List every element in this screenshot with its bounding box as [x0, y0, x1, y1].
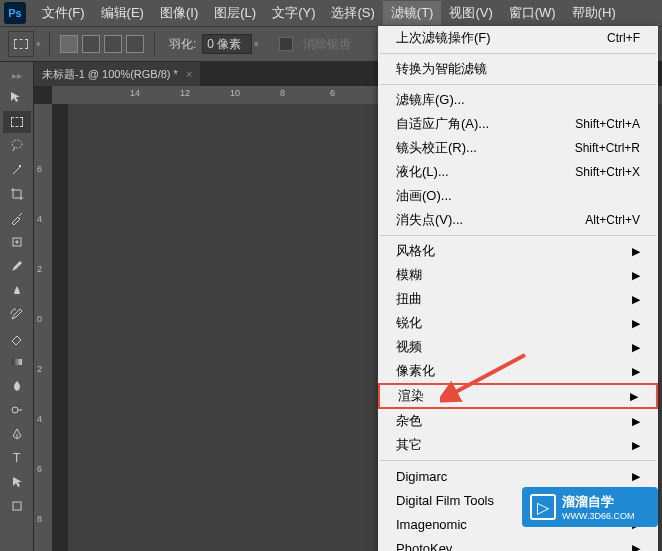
- filter-menu-item[interactable]: 其它▶: [378, 433, 658, 457]
- menu-item-label: PhotoKey: [396, 541, 452, 552]
- filter-menu-item[interactable]: 滤镜库(G)...: [378, 88, 658, 112]
- tool-preset-arrow[interactable]: ▾: [36, 39, 41, 49]
- gradient-tool[interactable]: [3, 351, 31, 373]
- filter-menu-item[interactable]: 风格化▶: [378, 239, 658, 263]
- ps-logo: Ps: [4, 2, 26, 24]
- menu-item-label: 自适应广角(A)...: [396, 115, 489, 133]
- menu-item-label: 转换为智能滤镜: [396, 60, 487, 78]
- filter-menu-item[interactable]: 锐化▶: [378, 311, 658, 335]
- menu-item[interactable]: 文字(Y): [264, 1, 323, 25]
- submenu-arrow-icon: ▶: [632, 245, 640, 258]
- selection-mode-new[interactable]: [60, 35, 78, 53]
- filter-menu-item[interactable]: 消失点(V)...Alt+Ctrl+V: [378, 208, 658, 232]
- blur-tool[interactable]: [3, 375, 31, 397]
- eyedropper-tool[interactable]: [3, 207, 31, 229]
- submenu-arrow-icon: ▶: [632, 269, 640, 282]
- menu-item-label: 其它: [396, 436, 422, 454]
- menubar: Ps 文件(F)编辑(E)图像(I)图层(L)文字(Y)选择(S)滤镜(T)视图…: [0, 0, 662, 26]
- eraser-tool[interactable]: [3, 327, 31, 349]
- play-icon: ▷: [530, 494, 556, 520]
- svg-line-6: [450, 355, 525, 395]
- menu-shortcut: Shift+Ctrl+A: [575, 117, 640, 131]
- history-brush-tool[interactable]: [3, 303, 31, 325]
- feather-arrow[interactable]: ▾: [254, 39, 259, 49]
- selection-mode-subtract[interactable]: [104, 35, 122, 53]
- watermark: ▷ 溜溜自学 WWW.3D66.COM: [522, 487, 658, 527]
- filter-menu-item[interactable]: 杂色▶: [378, 409, 658, 433]
- submenu-arrow-icon: ▶: [632, 470, 640, 483]
- lasso-tool[interactable]: [3, 135, 31, 157]
- filter-menu-item[interactable]: PhotoKey▶: [378, 536, 658, 551]
- ruler-vertical[interactable]: 64202468: [34, 104, 52, 551]
- submenu-arrow-icon: ▶: [632, 341, 640, 354]
- healing-brush-tool[interactable]: [3, 231, 31, 253]
- close-tab-icon[interactable]: ×: [186, 68, 192, 80]
- menu-shortcut: Alt+Ctrl+V: [585, 213, 640, 227]
- filter-menu-item[interactable]: 油画(O)...: [378, 184, 658, 208]
- menu-item-label: 模糊: [396, 266, 422, 284]
- divider: [49, 32, 50, 56]
- selection-mode-intersect[interactable]: [126, 35, 144, 53]
- submenu-arrow-icon: ▶: [630, 390, 638, 403]
- filter-menu-item[interactable]: 扭曲▶: [378, 287, 658, 311]
- menu-item[interactable]: 窗口(W): [501, 1, 564, 25]
- menu-item[interactable]: 滤镜(T): [383, 1, 442, 25]
- filter-menu-item[interactable]: 模糊▶: [378, 263, 658, 287]
- toolbar-expand[interactable]: ▸▸: [0, 66, 33, 84]
- selection-mode-add[interactable]: [82, 35, 100, 53]
- filter-menu-item[interactable]: 自适应广角(A)...Shift+Ctrl+A: [378, 112, 658, 136]
- shape-tool[interactable]: [3, 495, 31, 517]
- menu-item[interactable]: 文件(F): [34, 1, 93, 25]
- brush-tool[interactable]: [3, 255, 31, 277]
- crop-tool[interactable]: [3, 183, 31, 205]
- filter-menu-item[interactable]: 液化(L)...Shift+Ctrl+X: [378, 160, 658, 184]
- svg-point-0: [12, 140, 22, 148]
- menu-item[interactable]: 编辑(E): [93, 1, 152, 25]
- pen-tool[interactable]: [3, 423, 31, 445]
- menu-item-label: 锐化: [396, 314, 422, 332]
- divider: [154, 32, 155, 56]
- current-tool-indicator[interactable]: [8, 31, 34, 57]
- antialias-label: 消除锯齿: [303, 36, 351, 53]
- menu-item[interactable]: 帮助(H): [564, 1, 624, 25]
- submenu-arrow-icon: ▶: [632, 415, 640, 428]
- magic-wand-tool[interactable]: [3, 159, 31, 181]
- toolbar: ▸▸ T: [0, 62, 34, 551]
- antialias-checkbox[interactable]: [279, 37, 293, 51]
- dodge-tool[interactable]: [3, 399, 31, 421]
- menu-item-label: Imagenomic: [396, 517, 467, 532]
- filter-menu-item[interactable]: Digimarc▶: [378, 464, 658, 488]
- menu-separator: [380, 235, 656, 236]
- path-selection-tool[interactable]: [3, 471, 31, 493]
- filter-menu-item[interactable]: 转换为智能滤镜: [378, 57, 658, 81]
- marquee-tool[interactable]: [3, 111, 31, 133]
- submenu-arrow-icon: ▶: [632, 317, 640, 330]
- move-tool[interactable]: [3, 87, 31, 109]
- menu-item[interactable]: 视图(V): [441, 1, 500, 25]
- menu-item[interactable]: 图像(I): [152, 1, 206, 25]
- marquee-icon: [14, 39, 28, 49]
- svg-point-3: [12, 407, 18, 413]
- menu-item[interactable]: 选择(S): [323, 1, 382, 25]
- annotation-arrow: [440, 350, 530, 408]
- svg-text:T: T: [13, 451, 21, 465]
- menu-item-label: 滤镜库(G)...: [396, 91, 465, 109]
- document-tab[interactable]: 未标题-1 @ 100%(RGB/8) * ×: [34, 62, 201, 86]
- clone-stamp-tool[interactable]: [3, 279, 31, 301]
- menu-item-label: 油画(O)...: [396, 187, 452, 205]
- feather-input[interactable]: [202, 34, 252, 54]
- menu-item-label: 风格化: [396, 242, 435, 260]
- menu-separator: [380, 84, 656, 85]
- menu-item-label: 上次滤镜操作(F): [396, 29, 491, 47]
- submenu-arrow-icon: ▶: [632, 439, 640, 452]
- menu-item[interactable]: 图层(L): [206, 1, 264, 25]
- menu-item-label: 像素化: [396, 362, 435, 380]
- menu-item-label: 液化(L)...: [396, 163, 449, 181]
- menu-shortcut: Ctrl+F: [607, 31, 640, 45]
- type-tool[interactable]: T: [3, 447, 31, 469]
- menu-shortcut: Shift+Ctrl+X: [575, 165, 640, 179]
- menu-item-label: Digital Film Tools: [396, 493, 494, 508]
- menu-separator: [380, 460, 656, 461]
- filter-menu-item[interactable]: 上次滤镜操作(F)Ctrl+F: [378, 26, 658, 50]
- filter-menu-item[interactable]: 镜头校正(R)...Shift+Ctrl+R: [378, 136, 658, 160]
